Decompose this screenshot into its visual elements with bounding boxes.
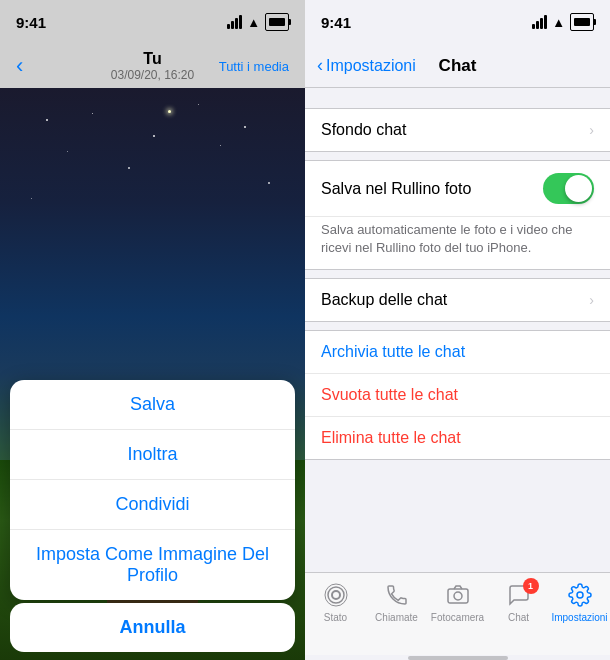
right-signal-bars-icon bbox=[532, 15, 547, 29]
svuota-label: Svuota tutte le chat bbox=[321, 386, 458, 403]
right-status-bar: 9:41 ▲ bbox=[305, 0, 610, 44]
right-battery-icon bbox=[570, 13, 594, 31]
tab-fotocamera[interactable]: Fotocamera bbox=[427, 581, 488, 623]
share-menu-item[interactable]: Condividi bbox=[10, 480, 295, 530]
salva-right bbox=[543, 173, 594, 204]
chat-badge: 1 bbox=[523, 578, 539, 594]
left-header-title: Tu 03/09/20, 16:20 bbox=[111, 50, 194, 82]
salva-label: Salva nel Rullino foto bbox=[321, 180, 471, 198]
tab-chiamate[interactable]: Chiamate bbox=[366, 581, 427, 623]
stato-label: Stato bbox=[324, 612, 347, 623]
left-status-bar: 9:41 ▲ bbox=[0, 0, 305, 44]
settings-content: Sfondo chat › Salva nel Rullino foto Sal… bbox=[305, 88, 610, 572]
salva-description: Salva automaticamente le foto e i video … bbox=[305, 217, 610, 269]
photo-area: Salva Inoltra Condividi Imposta Come Imm… bbox=[0, 88, 305, 660]
home-indicator bbox=[305, 655, 610, 660]
stars-decoration bbox=[0, 88, 305, 403]
tab-stato[interactable]: Stato bbox=[305, 581, 366, 623]
svg-point-1 bbox=[328, 587, 344, 603]
left-status-icons: ▲ bbox=[227, 13, 289, 31]
salva-section: Salva nel Rullino foto Salva automaticam… bbox=[305, 160, 610, 270]
svg-point-0 bbox=[332, 591, 340, 599]
all-media-button[interactable]: Tutti i media bbox=[219, 59, 289, 74]
signal-bars-icon bbox=[227, 15, 242, 29]
sfondo-chevron-icon: › bbox=[589, 122, 594, 138]
page-title: Chat bbox=[439, 56, 477, 76]
archivia-label: Archivia tutte le chat bbox=[321, 343, 465, 360]
tab-bar: Stato Chiamate Fotocamera bbox=[305, 572, 610, 655]
impostazioni-label: Impostazioni bbox=[551, 612, 607, 623]
tab-impostazioni[interactable]: Impostazioni bbox=[549, 581, 610, 623]
right-panel: 9:41 ▲ ‹ Impostazioni Chat Sfo bbox=[305, 0, 610, 660]
backup-label: Backup delle chat bbox=[321, 291, 447, 309]
right-header: ‹ Impostazioni Chat bbox=[305, 44, 610, 88]
backup-row[interactable]: Backup delle chat › bbox=[305, 279, 610, 321]
settings-back-button[interactable]: ‹ Impostazioni bbox=[317, 55, 416, 76]
chat-icon-wrap: 1 bbox=[505, 581, 533, 609]
back-label[interactable]: Impostazioni bbox=[326, 57, 416, 75]
chat-label: Chat bbox=[508, 612, 529, 623]
left-header: ‹ Tu 03/09/20, 16:20 Tutti i media bbox=[0, 44, 305, 88]
archivia-row[interactable]: Archivia tutte le chat bbox=[305, 331, 610, 374]
sfondo-label: Sfondo chat bbox=[321, 121, 406, 139]
context-menu: Salva Inoltra Condividi Imposta Come Imm… bbox=[10, 380, 295, 600]
cancel-button[interactable]: Annulla bbox=[10, 603, 295, 652]
elimina-row[interactable]: Elimina tutte le chat bbox=[305, 417, 610, 459]
backup-chevron-icon: › bbox=[589, 292, 594, 308]
svg-point-5 bbox=[577, 592, 583, 598]
stato-icon-wrap bbox=[322, 581, 350, 609]
backup-right: › bbox=[589, 292, 594, 308]
contact-name: Tu bbox=[111, 50, 194, 68]
salva-toggle[interactable] bbox=[543, 173, 594, 204]
right-status-icons: ▲ bbox=[532, 13, 594, 31]
sfondo-right: › bbox=[589, 122, 594, 138]
backup-section: Backup delle chat › bbox=[305, 278, 610, 322]
impostazioni-icon bbox=[568, 583, 592, 607]
home-indicator-bar bbox=[408, 656, 508, 660]
svg-point-4 bbox=[454, 592, 462, 600]
sfondo-row[interactable]: Sfondo chat › bbox=[305, 109, 610, 151]
battery-icon bbox=[265, 13, 289, 31]
left-panel: 9:41 ▲ ‹ Tu 03/09/20, 16:20 Tutti i medi… bbox=[0, 0, 305, 660]
left-status-time: 9:41 bbox=[16, 14, 46, 31]
set-profile-menu-item[interactable]: Imposta Come Immagine Del Profilo bbox=[10, 530, 295, 600]
back-button[interactable]: ‹ bbox=[16, 53, 23, 79]
right-status-time: 9:41 bbox=[321, 14, 351, 31]
stato-icon bbox=[324, 583, 348, 607]
chiamate-icon-wrap bbox=[383, 581, 411, 609]
salva-row: Salva nel Rullino foto bbox=[305, 161, 610, 217]
save-menu-item[interactable]: Salva bbox=[10, 380, 295, 430]
svg-rect-3 bbox=[448, 589, 468, 603]
tab-chat[interactable]: 1 Chat bbox=[488, 581, 549, 623]
fotocamera-icon-wrap bbox=[444, 581, 472, 609]
fotocamera-icon bbox=[446, 583, 470, 607]
wifi-icon: ▲ bbox=[247, 15, 260, 30]
sfondo-section: Sfondo chat › bbox=[305, 108, 610, 152]
contact-date: 03/09/20, 16:20 bbox=[111, 68, 194, 82]
chiamate-label: Chiamate bbox=[375, 612, 418, 623]
fotocamera-label: Fotocamera bbox=[431, 612, 484, 623]
forward-menu-item[interactable]: Inoltra bbox=[10, 430, 295, 480]
back-chevron-icon: ‹ bbox=[317, 55, 323, 76]
elimina-label: Elimina tutte le chat bbox=[321, 429, 461, 446]
right-wifi-icon: ▲ bbox=[552, 15, 565, 30]
chiamate-icon bbox=[385, 583, 409, 607]
impostazioni-icon-wrap bbox=[566, 581, 594, 609]
action-section: Archivia tutte le chat Svuota tutte le c… bbox=[305, 330, 610, 460]
svuota-row[interactable]: Svuota tutte le chat bbox=[305, 374, 610, 417]
toggle-knob bbox=[565, 175, 592, 202]
